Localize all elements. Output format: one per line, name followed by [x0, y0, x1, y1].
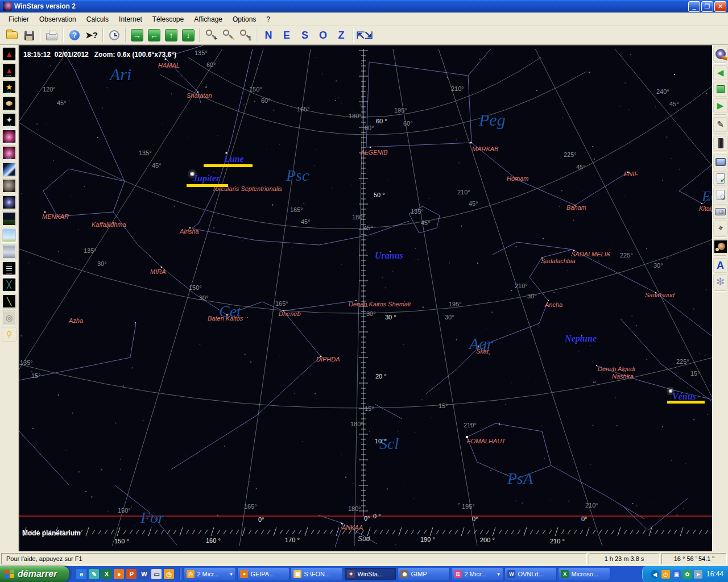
play-button[interactable]: ▶: [713, 98, 728, 113]
toggle-asteroids-icon[interactable]: [2, 178, 16, 193]
tray-clock-icon[interactable]: ◷: [661, 570, 670, 579]
sky-chart[interactable]: 18:15:12 02/01/2012 Zoom: 0.6x (100.6°x7…: [19, 45, 712, 551]
chart-datetime-zoom-readout: 18:15:12 02/01/2012 Zoom: 0.6x (100.6°x7…: [23, 51, 176, 59]
menu-item-tlescope[interactable]: Télescope: [147, 14, 189, 25]
satellites-icon: ✦: [3, 114, 15, 126]
toggle-constellation-figures-icon[interactable]: ▲: [2, 47, 16, 61]
network-icon[interactable]: ▣: [672, 570, 681, 579]
zoom-out-button[interactable]: -: [220, 27, 236, 43]
star-label: DIPHDA: [316, 356, 340, 363]
taskbar-button-microso[interactable]: XMicroso...: [559, 568, 610, 580]
arrow-down-icon: ↓: [182, 29, 195, 41]
taskbar-button-winsta[interactable]: ✦WinSta...: [345, 568, 396, 580]
taskbar-button-sfon[interactable]: ▣S:\FON...: [291, 568, 342, 580]
task-group-dropdown-icon[interactable]: ▼: [229, 572, 233, 577]
paint-icon[interactable]: ✎: [89, 569, 99, 579]
toggle-equatorial-grid-icon[interactable]: ╳: [2, 277, 16, 292]
clock-launch-icon[interactable]: ◷: [164, 569, 174, 579]
taskbar-button-gimp[interactable]: ◉GIMP: [398, 568, 449, 580]
grid-coordinate-label: 0°: [364, 515, 370, 522]
settings-check-button[interactable]: ✔: [713, 171, 728, 186]
full-sky-button[interactable]: ⇱⇲: [357, 27, 373, 43]
telescope-control-button[interactable]: ⌖: [713, 221, 728, 235]
excel-icon[interactable]: X: [101, 569, 111, 579]
start-button[interactable]: démarrer: [0, 566, 69, 582]
toggle-scale-bar-icon[interactable]: [2, 261, 16, 276]
pan-down-button[interactable]: ↓: [180, 27, 196, 43]
minimize-button[interactable]: _: [688, 1, 700, 12]
star-label: Ancha: [545, 301, 562, 308]
menu-item-observation[interactable]: Observation: [34, 14, 81, 25]
restore-button[interactable]: ❐: [701, 1, 713, 12]
pan-up-button[interactable]: ↑: [163, 27, 179, 43]
pan-left-button[interactable]: ←: [146, 27, 162, 43]
grid-coordinate-label: 210°: [464, 422, 477, 429]
south-button[interactable]: S: [296, 27, 313, 43]
toggle-constellation-boundaries-icon[interactable]: ▲: [2, 63, 16, 78]
menu-item-affichage[interactable]: Affichage: [189, 14, 228, 25]
battery-button[interactable]: [713, 136, 728, 151]
taskbar-button-2micr[interactable]: ⚿2 Micr...▼: [452, 568, 503, 580]
task-group-dropdown-icon[interactable]: ▼: [496, 572, 500, 577]
stop-button[interactable]: [713, 82, 728, 97]
step-back-button[interactable]: ◀: [713, 65, 728, 80]
options-gear-button[interactable]: ✻: [713, 275, 728, 289]
open-button[interactable]: [4, 27, 20, 43]
show-desktop-icon[interactable]: ▭: [151, 569, 162, 579]
east-button[interactable]: E: [278, 27, 295, 43]
toolbar-separator: [125, 28, 126, 42]
zoom-in-button[interactable]: +: [203, 27, 219, 43]
launcher-icon[interactable]: ➤: [694, 570, 702, 579]
preview-search-button[interactable]: 🔾: [713, 188, 728, 202]
help-button[interactable]: ?: [67, 27, 82, 43]
taskbar-button-geipa[interactable]: ●GEIPA...: [238, 568, 289, 580]
toggle-nebulae-labels-icon[interactable]: [2, 146, 16, 160]
toggle-planets-icon[interactable]: [2, 96, 16, 111]
toggle-landscape-icon[interactable]: [2, 211, 16, 226]
grid-coordinate-label: 165°: [275, 300, 288, 307]
grid-coordinate-label: 10 °: [375, 438, 386, 444]
app-icon: [3, 2, 12, 11]
task-icon: ⚿: [454, 570, 462, 578]
menu-item-internet[interactable]: Internet: [114, 14, 147, 25]
toggle-satellites-icon[interactable]: ✦: [2, 113, 16, 127]
zenith-button[interactable]: Z: [333, 27, 350, 43]
taskbar-button-2micr[interactable]: ◷2 Micr...▼: [184, 568, 235, 580]
north-button[interactable]: N: [260, 27, 277, 43]
network-computer-button[interactable]: [713, 155, 728, 169]
menu-item-calculs[interactable]: Calculs: [81, 14, 114, 25]
menu-item-?[interactable]: ?: [261, 14, 275, 25]
firefox-icon[interactable]: ●: [114, 569, 124, 579]
west-button[interactable]: O: [315, 27, 332, 43]
ie-icon[interactable]: e: [76, 569, 86, 579]
grid-coordinate-label: 240°: [656, 88, 669, 95]
grid-coordinate-label: 15°: [439, 402, 448, 409]
close-button[interactable]: ✕: [714, 1, 726, 12]
camera-snapshot-button[interactable]: [713, 204, 728, 219]
planet-view-button[interactable]: [713, 239, 728, 254]
menu-item-options[interactable]: Options: [228, 14, 261, 25]
menu-item-fichier[interactable]: Fichier: [3, 14, 34, 25]
grid-coordinate-label: 45°: [363, 225, 373, 231]
context-help-button[interactable]: ➤?: [84, 27, 100, 43]
draw-tool-button[interactable]: ✎: [713, 117, 728, 132]
animation-film-button[interactable]: [713, 47, 728, 61]
print-button[interactable]: [44, 27, 60, 43]
toggle-night-vision-icon[interactable]: ⚲: [2, 327, 16, 342]
messenger-icon[interactable]: ✿: [683, 570, 692, 579]
toggle-field-circles-icon[interactable]: ◎: [2, 310, 16, 325]
labels-a-button[interactable]: A: [713, 258, 728, 273]
save-button[interactable]: [21, 27, 37, 43]
powerpoint-icon[interactable]: P: [126, 569, 136, 579]
toggle-atmosphere-icon[interactable]: [2, 228, 16, 243]
pan-right-button[interactable]: →: [129, 27, 145, 43]
time-button[interactable]: [106, 27, 122, 43]
taskbar-button-ovnid[interactable]: WOVNI.d...: [505, 568, 556, 580]
grid-coordinate-label: 60°: [206, 61, 216, 68]
toggle-ecliptic-lines-icon[interactable]: ╲: [2, 294, 16, 309]
toggle-milky-way-icon[interactable]: [2, 195, 16, 210]
word-icon[interactable]: W: [139, 569, 149, 579]
collapse-chevron-icon[interactable]: ◀: [651, 570, 659, 579]
toggle-clouds-icon[interactable]: [2, 244, 16, 259]
zoom-reset-button[interactable]: 1: [237, 27, 253, 43]
